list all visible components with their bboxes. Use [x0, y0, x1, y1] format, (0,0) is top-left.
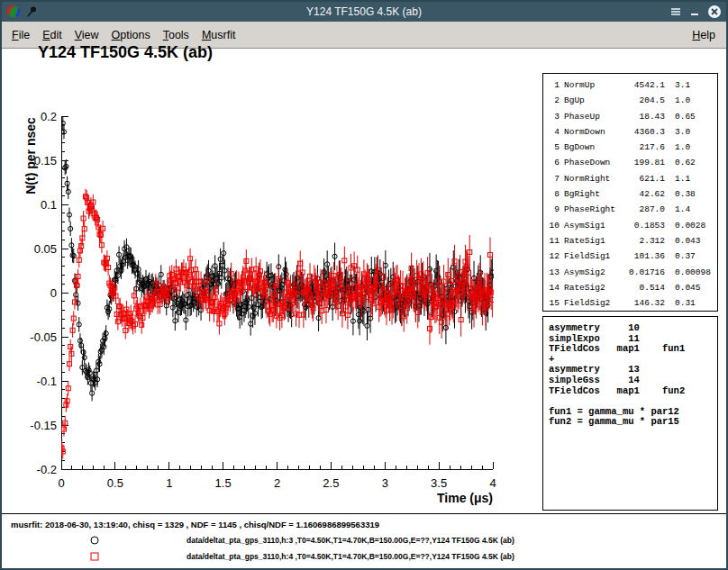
svg-text:0.1: 0.1 [41, 198, 57, 212]
svg-text:0.2: 0.2 [41, 110, 57, 123]
svg-text:0.5: 0.5 [107, 476, 123, 490]
theory-box: asymmetry 10 simplExpo 11 TFieldCos map1… [542, 316, 718, 511]
svg-text:3.5: 3.5 [431, 476, 447, 490]
svg-text:-0.05: -0.05 [30, 330, 57, 344]
param-row-PhaseUp: 3PhaseUp18.430.65 [549, 109, 717, 124]
close-icon[interactable] [707, 5, 722, 19]
circle-marker-icon [88, 534, 101, 547]
param-row-FieldSig1: 12FieldSig1101.360.37 [549, 249, 717, 264]
svg-text:-0.15: -0.15 [30, 419, 57, 432]
titlebar[interactable]: Y124 TF150G 4.5K (ab) [2, 2, 726, 22]
legend-label: data/deltat_pta_gps_3110,h:4 ,T0=4.50K,T… [187, 552, 514, 561]
menu-item-musrfit[interactable]: Musrfit [197, 26, 244, 44]
param-row-NormUp: 1NormUp4542.13.1 [549, 77, 717, 93]
plot-legend: data/deltat_pta_gps_3110,h:3 ,T0=4.50K,T… [2, 514, 726, 568]
data-series-squares [59, 189, 495, 459]
param-row-AsymSig2: 13AsymSig20.017160.00098 [549, 265, 717, 280]
param-row-BgUp: 2BgUp204.51.0 [549, 93, 717, 108]
menubar-items: FileEditViewOptionsToolsMusrfit [7, 26, 243, 44]
svg-text:2: 2 [274, 476, 280, 490]
menu-item-view[interactable]: View [70, 26, 107, 44]
menu-item-tools[interactable]: Tools [159, 26, 197, 44]
param-row-FieldSig2: 15FieldSig2146.320.31 [549, 295, 717, 311]
svg-text:1.5: 1.5 [215, 476, 232, 490]
window-title: Y124 TF150G 4.5K (ab) [2, 5, 726, 18]
svg-text:-0.2: -0.2 [37, 463, 57, 476]
param-row-NormDown: 4NormDown4360.33.0 [549, 124, 717, 140]
menu-item-options[interactable]: Options [107, 26, 159, 44]
svg-text:4: 4 [489, 476, 496, 490]
svg-text:0: 0 [58, 476, 64, 490]
statusbar: musrfit: 2018-06-30, 13:19:40, chisq = 1… [2, 513, 726, 568]
plot-canvas[interactable]: -0.2-0.15-0.1-0.0500.050.10.150.200.511.… [2, 50, 542, 515]
y-axis-title: N(t) per nsec [23, 117, 38, 195]
param-row-BgDown: 5BgDown217.61.0 [549, 140, 717, 155]
svg-text:0: 0 [50, 286, 57, 300]
menu-item-edit[interactable]: Edit [38, 26, 70, 44]
param-row-PhaseRight: 9PhaseRight287.01.4 [549, 202, 717, 217]
svg-text:0.05: 0.05 [34, 242, 57, 256]
data-series-circles [59, 116, 495, 401]
param-row-NormRight: 7NormRight621.11.1 [549, 171, 717, 186]
svg-text:-0.1: -0.1 [37, 375, 57, 388]
param-row-BgRight: 8BgRight42.620.38 [549, 186, 717, 202]
svg-text:2.5: 2.5 [323, 476, 339, 490]
app-window: Y124 TF150G 4.5K (ab) FileEditViewOption… [0, 0, 728, 570]
param-row-PhaseDown: 6PhaseDown199.810.62 [549, 155, 717, 170]
square-marker-icon [88, 550, 101, 563]
param-row-RateSig2: 14RateSig20.5140.045 [549, 280, 717, 295]
param-row-AsymSig1: 10AsymSig10.18530.0028 [549, 218, 717, 233]
minimize-icon[interactable] [688, 5, 701, 18]
x-axis-title: Time (μs) [437, 491, 493, 505]
theory-text: asymmetry 10 simplExpo 11 TFieldCos map1… [549, 323, 717, 428]
svg-text:1: 1 [166, 476, 172, 490]
window-menu-icon[interactable] [669, 5, 682, 18]
menu-item-help[interactable]: Help [687, 26, 721, 44]
legend-label: data/deltat_pta_gps_3110,h:3 ,T0=4.50K,T… [187, 536, 514, 545]
menu-item-file[interactable]: File [7, 26, 38, 44]
svg-text:3: 3 [382, 476, 388, 490]
param-row-RateSig1: 11RateSig12.3120.043 [549, 233, 717, 249]
parameter-box: 1NormUp4542.13.12BgUp204.51.03PhaseUp18.… [542, 73, 718, 312]
